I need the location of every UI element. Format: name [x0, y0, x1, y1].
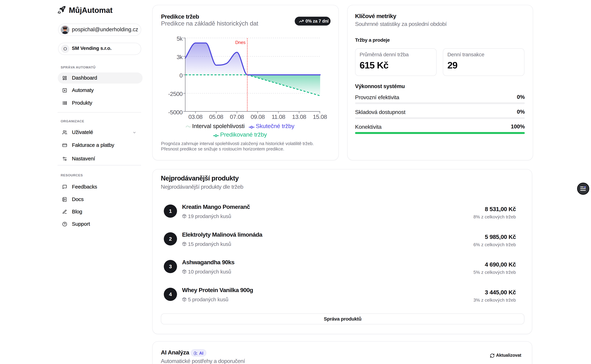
svg-text:počas: počas [63, 26, 67, 27]
